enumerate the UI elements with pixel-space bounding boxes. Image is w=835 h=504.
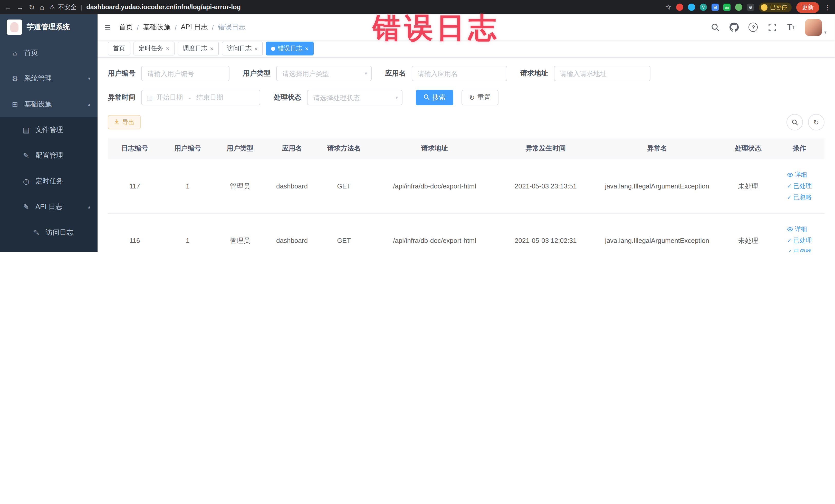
- font-size-icon[interactable]: TT: [786, 22, 796, 32]
- filter-request-url: 请求地址: [520, 66, 650, 81]
- breadcrumb-infra[interactable]: 基础设施: [143, 23, 171, 32]
- close-icon[interactable]: ×: [305, 45, 308, 52]
- detail-link[interactable]: 详细: [787, 225, 807, 234]
- home-icon[interactable]: ⌂: [40, 4, 44, 11]
- help-icon[interactable]: ?: [748, 22, 758, 32]
- extension-icon-green-v[interactable]: V: [700, 4, 707, 11]
- extension-icon-red[interactable]: [676, 4, 683, 11]
- mark-ignored-link[interactable]: ✓ 已忽略: [787, 193, 812, 202]
- cell-log-id: 116: [108, 213, 161, 252]
- reload-icon[interactable]: ↻: [29, 4, 35, 11]
- app-frame: 芋道管理系统 ⌂ 首页 ⚙ 系统管理 ▾ ⊞ 基础设施 ▴: [0, 14, 835, 252]
- mark-processed-link[interactable]: ✓ 已处理: [787, 236, 812, 245]
- reset-button[interactable]: ↻ 重置: [462, 90, 498, 105]
- col-request-url: 请求地址: [370, 138, 499, 159]
- top-navbar: ≡ 首页 / 基础设施 / API 日志 / 错误日志: [98, 14, 835, 40]
- user-menu[interactable]: ▾: [805, 19, 827, 36]
- toggle-search-icon[interactable]: [787, 114, 803, 130]
- process-status-select[interactable]: [307, 90, 403, 105]
- warning-icon: ⚠: [49, 4, 55, 11]
- check-icon: ✓: [787, 194, 792, 201]
- search-button[interactable]: 搜索: [416, 90, 453, 105]
- sidebar-item-config[interactable]: ✎ 配置管理: [0, 143, 98, 168]
- address-bar[interactable]: ⚠ 不安全 | dashboard.yudao.iocoder.cn/infra…: [49, 3, 241, 12]
- sidebar-item-access-log[interactable]: ✎ 访问日志: [0, 220, 98, 245]
- github-icon[interactable]: [729, 22, 739, 32]
- user-type-select[interactable]: [276, 66, 372, 81]
- chevron-up-icon: ▴: [88, 102, 90, 107]
- forward-icon[interactable]: →: [16, 4, 24, 11]
- bookmark-star-icon[interactable]: ☆: [665, 4, 672, 11]
- page: ← → ↻ ⌂ ⚠ 不安全 | dashboard.yudao.iocoder.…: [0, 0, 835, 252]
- sidebar-menu: ⌂ 首页 ⚙ 系统管理 ▾ ⊞ 基础设施 ▴ ▤ 文件管理: [0, 40, 98, 252]
- infra-submenu: ▤ 文件管理 ✎ 配置管理 ◷ 定时任务 ✎ API 日志 ▴: [0, 117, 98, 252]
- sidebar-item-api-log[interactable]: ✎ API 日志 ▴: [0, 194, 98, 220]
- extension-icon-grid[interactable]: ⊞: [712, 4, 719, 11]
- cell-log-id: 117: [108, 159, 161, 213]
- extension-icon-blue-drop[interactable]: [688, 4, 695, 11]
- start-date-placeholder: 开始日期: [156, 93, 183, 102]
- sidebar-item-file[interactable]: ▤ 文件管理: [0, 117, 98, 143]
- user-id-input[interactable]: [141, 66, 229, 81]
- search-icon[interactable]: [710, 22, 720, 32]
- filter-app-name: 应用名: [385, 66, 507, 81]
- request-url-input[interactable]: [554, 66, 650, 81]
- tag-access-log[interactable]: 访问日志 ×: [222, 42, 263, 56]
- calendar-icon: ▦: [146, 94, 153, 101]
- mark-ignored-link[interactable]: ✓ 已忽略: [787, 247, 812, 252]
- table-toolbar: 导出 ↻: [108, 114, 824, 130]
- sidebar-item-error-log[interactable]: ✎ 错误日志: [0, 245, 98, 252]
- extension-icon-leaf[interactable]: [735, 4, 742, 11]
- eye-icon: [787, 227, 793, 231]
- back-icon[interactable]: ←: [4, 4, 11, 11]
- col-user-id: 用户编号: [161, 138, 214, 159]
- security-label[interactable]: 不安全: [58, 3, 77, 12]
- browser-menu-icon[interactable]: ⋮: [824, 3, 831, 11]
- sidebar-logo[interactable]: 芋道管理系统: [0, 14, 98, 40]
- detail-link[interactable]: 详细: [787, 170, 807, 179]
- address-divider: |: [81, 4, 82, 11]
- cell-exception-name: java.lang.IllegalArgumentException: [592, 159, 722, 213]
- close-icon[interactable]: ×: [254, 45, 258, 52]
- extension-icon-on-badge[interactable]: on: [724, 4, 731, 11]
- profile-paused-badge[interactable]: 已暂停: [759, 2, 792, 12]
- filter-row-1: 用户编号 用户类型 ▾ 应用名 请: [108, 66, 824, 81]
- file-icon: ▤: [22, 126, 31, 134]
- close-icon[interactable]: ×: [210, 45, 213, 52]
- mark-processed-link[interactable]: ✓ 已处理: [787, 182, 812, 190]
- hamburger-icon[interactable]: ≡: [105, 21, 110, 33]
- table-row: 116 1 管理员 dashboard GET /api/infra/db-do…: [108, 213, 824, 252]
- refresh-icon[interactable]: ↻: [808, 114, 824, 130]
- active-dot: [271, 46, 275, 51]
- sidebar-item-system[interactable]: ⚙ 系统管理 ▾: [0, 66, 98, 92]
- browser-actions: ☆ V ⊞ on ⚙ 已暂停 更新 ⋮: [665, 2, 831, 13]
- table-row: 117 1 管理员 dashboard GET /api/infra/db-do…: [108, 159, 824, 213]
- check-icon: ✓: [787, 248, 792, 252]
- cell-method: GET: [318, 159, 370, 213]
- extensions-puzzle-icon[interactable]: ⚙: [747, 4, 754, 11]
- close-icon[interactable]: ×: [166, 45, 169, 52]
- browser-update-button[interactable]: 更新: [796, 2, 819, 13]
- tag-error-log[interactable]: 错误日志 ×: [266, 42, 314, 56]
- breadcrumb-home[interactable]: 首页: [119, 23, 133, 32]
- sidebar-item-job[interactable]: ◷ 定时任务: [0, 168, 98, 194]
- col-actions: 操作: [774, 138, 824, 159]
- date-range-picker[interactable]: ▦ 开始日期 - 结束日期: [141, 90, 260, 105]
- filter-process-status: 处理状态 ▾: [273, 90, 403, 105]
- url-text[interactable]: dashboard.yudao.iocoder.cn/infra/log/api…: [86, 4, 241, 11]
- end-date-placeholder: 结束日期: [196, 93, 223, 102]
- sidebar: 芋道管理系统 ⌂ 首页 ⚙ 系统管理 ▾ ⊞ 基础设施 ▴: [0, 14, 98, 252]
- avatar[interactable]: [805, 19, 822, 36]
- export-button[interactable]: 导出: [108, 115, 141, 129]
- sidebar-item-home[interactable]: ⌂ 首页: [0, 40, 98, 66]
- main-area: ≡ 首页 / 基础设施 / API 日志 / 错误日志: [98, 14, 835, 252]
- tag-home[interactable]: 首页: [108, 42, 130, 56]
- breadcrumb-current: 错误日志: [218, 23, 246, 32]
- fullscreen-icon[interactable]: [767, 22, 777, 32]
- tag-job-log[interactable]: 调度日志 ×: [178, 42, 219, 56]
- app-name-input[interactable]: [411, 66, 507, 81]
- sidebar-item-infra[interactable]: ⊞ 基础设施 ▴: [0, 92, 98, 117]
- clock-icon: ◷: [22, 177, 31, 185]
- breadcrumb-api-log[interactable]: API 日志: [181, 23, 208, 32]
- tag-job[interactable]: 定时任务 ×: [134, 42, 175, 56]
